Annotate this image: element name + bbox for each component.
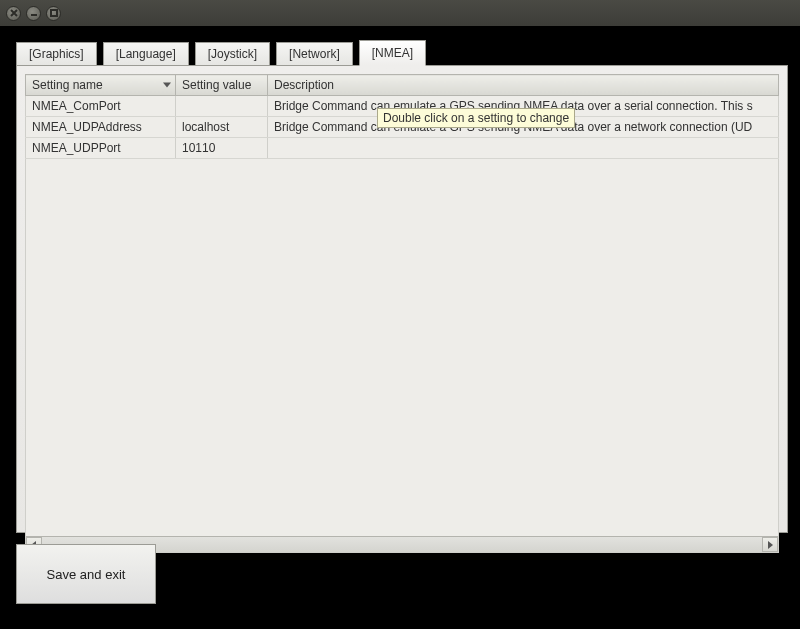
tab-bar: [Graphics] [Language] [Joystick] [Networ…: [16, 40, 788, 66]
column-header-value[interactable]: Setting value: [176, 75, 268, 96]
maximize-window-button[interactable]: [46, 6, 61, 21]
tab-graphics[interactable]: [Graphics]: [16, 42, 97, 66]
tab-language[interactable]: [Language]: [103, 42, 189, 66]
tooltip: Double click on a setting to change: [377, 108, 575, 128]
tab-network[interactable]: [Network]: [276, 42, 353, 66]
cell-value[interactable]: localhost: [176, 117, 268, 138]
close-window-button[interactable]: [6, 6, 21, 21]
cell-description[interactable]: [268, 138, 779, 159]
scroll-right-button[interactable]: [762, 537, 778, 552]
window-titlebar: [0, 0, 800, 26]
cell-value[interactable]: 10110: [176, 138, 268, 159]
table-body-empty-area: [25, 159, 779, 553]
column-header-name-label: Setting name: [32, 78, 103, 92]
minimize-window-button[interactable]: [26, 6, 41, 21]
tab-panel: Setting name Setting value Description N…: [16, 65, 788, 533]
svg-marker-2: [768, 541, 773, 549]
table-row[interactable]: NMEA_UDPPort 10110: [26, 138, 779, 159]
tab-nmea[interactable]: [NMEA]: [359, 40, 426, 66]
cell-name[interactable]: NMEA_UDPPort: [26, 138, 176, 159]
cell-name[interactable]: NMEA_ComPort: [26, 96, 176, 117]
tab-joystick[interactable]: [Joystick]: [195, 42, 270, 66]
cell-value[interactable]: [176, 96, 268, 117]
sort-indicator-icon: [163, 83, 171, 88]
column-header-name[interactable]: Setting name: [26, 75, 176, 96]
column-header-description[interactable]: Description: [268, 75, 779, 96]
cell-name[interactable]: NMEA_UDPAddress: [26, 117, 176, 138]
svg-rect-0: [51, 10, 57, 16]
save-and-exit-button[interactable]: Save and exit: [16, 544, 156, 604]
